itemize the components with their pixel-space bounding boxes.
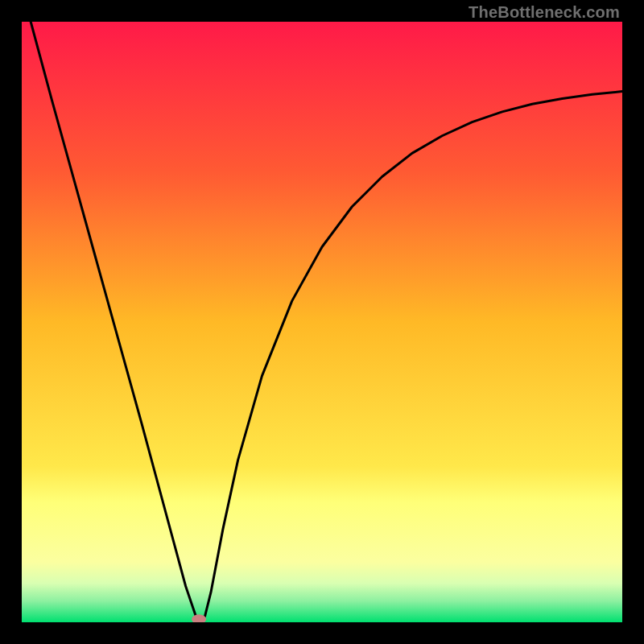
gradient-background (22, 22, 622, 622)
plot-area (22, 22, 622, 622)
watermark-text: TheBottleneck.com (469, 3, 620, 22)
bottleneck-chart (22, 22, 622, 622)
frame: TheBottleneck.com (0, 0, 644, 644)
